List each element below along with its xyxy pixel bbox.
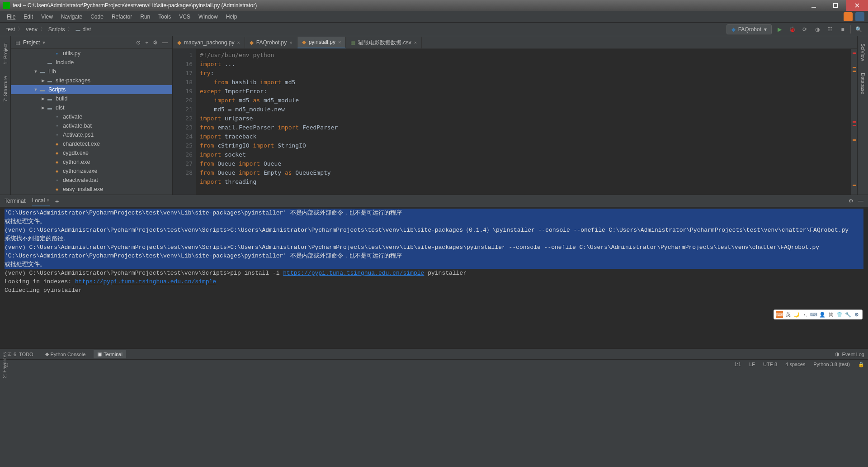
structure-tool-tab[interactable]: 7: Structure bbox=[2, 73, 9, 105]
event-log-tool-tab[interactable]: ◑Event Log bbox=[835, 351, 864, 357]
indent-setting[interactable]: 4 spaces bbox=[785, 362, 805, 367]
caret-position[interactable]: 1:1 bbox=[734, 362, 741, 367]
hide-panel-icon[interactable]: — bbox=[858, 198, 863, 204]
tree-node[interactable]: easy_install.exe bbox=[11, 185, 172, 194]
menu-help[interactable]: Help bbox=[223, 12, 241, 21]
breadcrumb[interactable]: dist bbox=[74, 26, 93, 33]
gear-icon[interactable]: ⚙ bbox=[153, 39, 158, 46]
ime-lang-label[interactable]: 英 bbox=[784, 311, 792, 318]
locate-icon[interactable]: ⊙ bbox=[136, 39, 141, 46]
ime-keyboard-icon[interactable]: ⌨ bbox=[810, 311, 817, 318]
project-panel-title[interactable]: Project bbox=[23, 39, 40, 46]
close-icon[interactable]: × bbox=[414, 40, 417, 45]
editor-tab[interactable]: ◆pyinstall.py× bbox=[297, 37, 346, 48]
tree-node[interactable]: deactivate.bat bbox=[11, 176, 172, 185]
tree-node[interactable]: Activate.ps1 bbox=[11, 130, 172, 139]
breadcrumb[interactable]: test bbox=[5, 26, 17, 33]
ime-logo-icon[interactable]: ⌨ bbox=[776, 311, 783, 318]
favorites-tool-tab[interactable]: 2: Favorites bbox=[0, 348, 9, 381]
warning-marker-icon[interactable] bbox=[853, 71, 856, 72]
breadcrumb[interactable]: Scripts bbox=[47, 26, 67, 33]
tree-node[interactable]: chardetect.exe bbox=[11, 139, 172, 148]
terminal-link[interactable]: https://pypi.tuna.tsinghua.edu.cn/simple bbox=[75, 278, 216, 285]
ime-settings-icon[interactable]: ⚙ bbox=[853, 311, 860, 318]
run-with-coverage-button[interactable]: ⟳ bbox=[800, 24, 810, 34]
new-session-button[interactable]: + bbox=[55, 197, 59, 205]
menu-code[interactable]: Code bbox=[87, 12, 107, 21]
stop-button[interactable]: ■ bbox=[838, 24, 848, 34]
database-tool-tab[interactable]: Database bbox=[859, 70, 867, 97]
terminal-tab[interactable]: Local × bbox=[32, 195, 50, 206]
error-marker-icon[interactable] bbox=[853, 121, 856, 123]
terminal-tool-tab[interactable]: ▣Terminal bbox=[94, 350, 126, 358]
chevron-down-icon[interactable]: ▾ bbox=[42, 39, 45, 46]
tree-node[interactable]: ▶site-packages bbox=[11, 76, 172, 85]
ime-mode-icon[interactable]: 🌙 bbox=[793, 311, 800, 318]
menu-refactor[interactable]: Refactor bbox=[108, 12, 135, 21]
menu-file[interactable]: File bbox=[4, 12, 19, 21]
search-everywhere-button[interactable]: 🔍 bbox=[854, 24, 863, 34]
project-tool-tab[interactable]: 1: Project bbox=[2, 41, 9, 67]
tree-node[interactable]: ▶build bbox=[11, 94, 172, 103]
concurrency-button[interactable]: ☷ bbox=[825, 24, 835, 34]
ime-toolbar[interactable]: ⌨ 英 🌙 •, ⌨ 👤 简 👕 🔧 ⚙ bbox=[774, 310, 863, 319]
run-button[interactable]: ▶ bbox=[774, 24, 784, 34]
close-icon[interactable]: × bbox=[338, 39, 341, 45]
python-interpreter[interactable]: Python 3.8 (test) bbox=[813, 362, 850, 367]
lock-icon[interactable]: 🔒 bbox=[858, 362, 864, 367]
plugin-icon[interactable] bbox=[844, 12, 853, 21]
menu-vcs[interactable]: VCS bbox=[176, 12, 193, 21]
menu-edit[interactable]: Edit bbox=[20, 12, 36, 21]
tree-node[interactable]: activate.bat bbox=[11, 121, 172, 130]
breadcrumb[interactable]: venv bbox=[24, 26, 39, 33]
file-encoding[interactable]: UTF-8 bbox=[763, 362, 777, 367]
ime-simple-label[interactable]: 简 bbox=[827, 311, 835, 318]
line-separator[interactable]: LF bbox=[749, 362, 755, 367]
tree-node[interactable]: activate bbox=[11, 112, 172, 121]
help-icon[interactable] bbox=[855, 12, 864, 21]
hide-panel-icon[interactable]: — bbox=[162, 39, 168, 46]
project-tree[interactable]: utils.pyInclude▼Lib▶site-packages▼Script… bbox=[11, 49, 172, 195]
python-console-tool-tab[interactable]: ◆Python Console bbox=[42, 350, 90, 358]
tree-node[interactable]: ▶dist bbox=[11, 103, 172, 112]
tree-node[interactable]: cygdb.exe bbox=[11, 148, 172, 157]
tree-node[interactable]: Include bbox=[11, 58, 172, 67]
tree-node[interactable]: cython.exe bbox=[11, 157, 172, 167]
editor-tab[interactable]: ▦猫眼电影数据数据.csv× bbox=[346, 37, 422, 48]
tree-node[interactable]: utils.py bbox=[11, 49, 172, 58]
code-editor[interactable]: 116171819202122232425262728 #!/usr/bin/e… bbox=[173, 49, 857, 195]
window-close-button[interactable] bbox=[846, 0, 868, 11]
tree-node[interactable]: cythonize.exe bbox=[11, 167, 172, 176]
warning-marker-icon[interactable] bbox=[853, 185, 856, 186]
code-content[interactable]: #!/usr/bin/env pythonimport ...try: from… bbox=[196, 49, 851, 195]
tree-node[interactable]: easy_install-3.8.exe bbox=[11, 194, 172, 195]
error-marker-icon[interactable] bbox=[853, 125, 856, 126]
gear-icon[interactable]: ⚙ bbox=[849, 198, 854, 204]
ime-toolbox-icon[interactable]: 🔧 bbox=[844, 311, 852, 318]
error-marker-icon[interactable] bbox=[853, 52, 856, 54]
close-icon[interactable]: × bbox=[289, 40, 292, 45]
sciview-tool-tab[interactable]: SciView bbox=[859, 41, 867, 64]
window-maximize-button[interactable] bbox=[825, 0, 846, 11]
editor-tab[interactable]: ◆maoyan_pachong.py× bbox=[173, 37, 245, 48]
menu-run[interactable]: Run bbox=[137, 12, 153, 21]
profile-button[interactable]: ◑ bbox=[812, 24, 822, 34]
warning-marker-icon[interactable] bbox=[853, 139, 856, 141]
terminal-link[interactable]: https://pypi.tuna.tsinghua.edu.cn/simple bbox=[283, 270, 424, 276]
ime-punct-icon[interactable]: •, bbox=[802, 311, 809, 318]
ime-account-icon[interactable]: 👤 bbox=[819, 311, 826, 318]
ime-skin-icon[interactable]: 👕 bbox=[836, 311, 843, 318]
menu-view[interactable]: View bbox=[38, 12, 56, 21]
tree-node[interactable]: ▼Scripts bbox=[11, 85, 172, 94]
warning-marker-icon[interactable] bbox=[853, 67, 856, 68]
menu-window[interactable]: Window bbox=[195, 12, 221, 21]
editor-tab[interactable]: ◆FAQrobot.py× bbox=[245, 37, 297, 48]
debug-button[interactable]: 🐞 bbox=[787, 24, 797, 34]
tree-node[interactable]: ▼Lib bbox=[11, 67, 172, 76]
terminal-output[interactable]: 'C:\Users\Administrator\PycharmProjects\… bbox=[0, 207, 868, 348]
editor-scrollbar[interactable] bbox=[851, 49, 857, 195]
collapse-icon[interactable]: ÷ bbox=[145, 39, 148, 46]
menu-navigate[interactable]: Navigate bbox=[58, 12, 85, 21]
run-config-selector[interactable]: ◆ FAQrobot ▾ bbox=[726, 24, 772, 34]
close-icon[interactable]: × bbox=[237, 40, 240, 45]
